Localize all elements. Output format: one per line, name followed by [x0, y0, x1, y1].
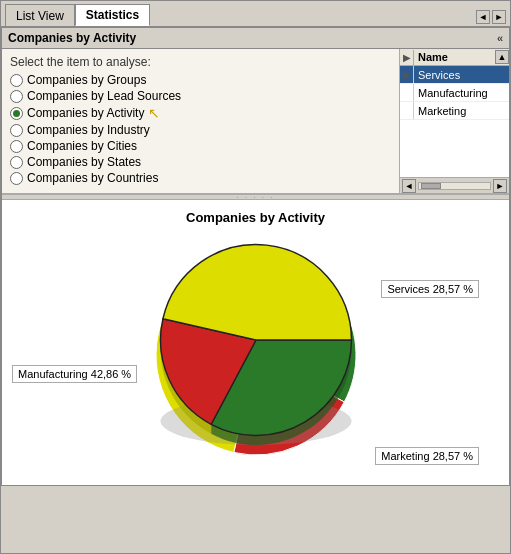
column-header-name: Name [414, 49, 495, 65]
row-name: Services [414, 67, 509, 83]
radio-companies-countries[interactable]: Companies by Countries [10, 171, 391, 185]
row-arrow: ▶ [400, 66, 414, 83]
header-arrow: ▶ [400, 50, 414, 65]
chart-title: Companies by Activity [12, 210, 499, 225]
tab-next-btn[interactable]: ► [492, 10, 506, 24]
table-row[interactable]: Manufacturing [400, 84, 509, 102]
radio-circle [10, 172, 23, 185]
radio-circle [10, 90, 23, 103]
row-name: Manufacturing [414, 85, 509, 101]
splitter-indicator: · · · · · [236, 193, 274, 202]
chart-container: Services 28,57 % Manufacturing 42,86 % M… [12, 235, 499, 475]
row-arrow [400, 84, 414, 101]
tab-statistics[interactable]: Statistics [75, 4, 150, 26]
horizontal-scrollbar: ◄ ► [400, 177, 509, 193]
tab-nav: ◄ ► [476, 10, 506, 26]
radio-circle [10, 124, 23, 137]
main-container: Companies by Activity « Select the item … [1, 27, 510, 486]
section-header: Companies by Activity « [2, 28, 509, 49]
radio-circle-selected [10, 107, 23, 120]
radio-circle [10, 156, 23, 169]
tab-prev-btn[interactable]: ◄ [476, 10, 490, 24]
tab-list-view[interactable]: List View [5, 4, 75, 26]
scroll-thumb[interactable] [421, 183, 441, 189]
table-row[interactable]: Marketing [400, 102, 509, 120]
radio-companies-groups[interactable]: Companies by Groups [10, 73, 391, 87]
collapse-button[interactable]: « [497, 32, 503, 44]
scroll-track [418, 182, 491, 190]
radio-companies-activity[interactable]: Companies by Activity ↖ [10, 105, 391, 121]
radio-companies-industry[interactable]: Companies by Industry [10, 123, 391, 137]
cursor-icon: ↖ [148, 105, 160, 121]
select-label: Select the item to analyse: [10, 55, 391, 69]
label-manufacturing: Manufacturing 42,86 % [12, 365, 137, 383]
table-body: ▶ Services Manufacturing Marketing [400, 66, 509, 177]
left-panel: Select the item to analyse: Companies by… [2, 49, 399, 193]
row-name: Marketing [414, 103, 509, 119]
scroll-right-btn[interactable]: ► [493, 179, 507, 193]
label-services: Services 28,57 % [381, 280, 479, 298]
tab-bar: List View Statistics ◄ ► [1, 1, 510, 27]
section-title: Companies by Activity [8, 31, 136, 45]
radio-companies-states[interactable]: Companies by States [10, 155, 391, 169]
radio-companies-lead-sources[interactable]: Companies by Lead Sources [10, 89, 391, 103]
pie-chart-3d [156, 235, 356, 445]
scroll-left-btn[interactable]: ◄ [402, 179, 416, 193]
radio-circle [10, 74, 23, 87]
row-arrow [400, 102, 414, 119]
content-row: Select the item to analyse: Companies by… [2, 49, 509, 194]
chart-area: Companies by Activity [2, 200, 509, 485]
table-header: ▶ Name ▲ [400, 49, 509, 66]
table-row[interactable]: ▶ Services [400, 66, 509, 84]
radio-companies-cities[interactable]: Companies by Cities [10, 139, 391, 153]
label-marketing: Marketing 28,57 % [375, 447, 479, 465]
scroll-up-btn[interactable]: ▲ [495, 50, 509, 64]
radio-circle [10, 140, 23, 153]
right-panel: ▶ Name ▲ ▶ Services Manufacturing [399, 49, 509, 193]
